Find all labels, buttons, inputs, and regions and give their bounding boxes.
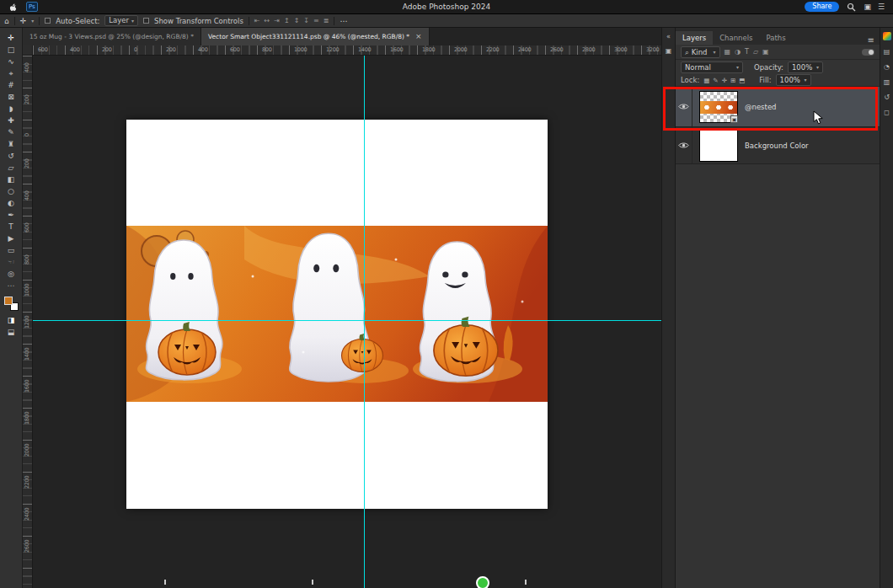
- filter-toggle-switch[interactable]: [862, 49, 874, 56]
- collapse-panels-icon[interactable]: «: [666, 33, 671, 40]
- apple-menu-icon[interactable]: [8, 2, 18, 12]
- color-panel-icon[interactable]: [883, 32, 891, 40]
- recording-marker-dot: [476, 576, 489, 588]
- tab-close-icon[interactable]: ×: [415, 33, 422, 40]
- panel-menu-icon[interactable]: ≡: [863, 35, 880, 45]
- align-middle-icon[interactable]: ↕: [294, 17, 300, 24]
- auto-select-dropdown[interactable]: Layer▾: [104, 15, 138, 26]
- panel-tab-paths[interactable]: Paths: [759, 31, 792, 45]
- history-brush-tool[interactable]: ↺: [3, 150, 19, 162]
- layers-panel: LayersChannelsPaths≡ ⌕ Kind ▾ ▦◑T▱▣ Norm…: [675, 28, 880, 588]
- align-left-icon[interactable]: ⇤: [254, 17, 260, 24]
- workspace-icon[interactable]: ▣: [864, 3, 871, 11]
- ruler-tick-label: 1400: [358, 46, 371, 53]
- vertical-ruler[interactable]: 4002000200400600800100012001400160018002…: [23, 56, 33, 588]
- brush-tool[interactable]: ✎: [3, 126, 19, 138]
- horizontal-ruler[interactable]: 6004002000200400600800100012001400160018…: [33, 45, 661, 56]
- ruler-tick-label: 1600: [390, 46, 403, 53]
- auto-select-checkbox[interactable]: [45, 18, 51, 24]
- fill-dropdown[interactable]: 100%▾: [776, 74, 811, 86]
- filter-type-layers-icon[interactable]: T: [745, 48, 749, 56]
- filter-shape-layers-icon[interactable]: ▱: [753, 48, 758, 56]
- menu-more-icon[interactable]: ☰: [878, 3, 885, 11]
- foreground-color-swatch[interactable]: [4, 297, 13, 305]
- distribute-vertical-icon[interactable]: ≣: [324, 17, 329, 24]
- lasso-tool[interactable]: ∿: [3, 56, 19, 67]
- layer-thumbnail[interactable]: [699, 130, 738, 162]
- tool-preset-caret-icon[interactable]: ▾: [31, 18, 34, 24]
- home-icon[interactable]: ⌂: [4, 17, 9, 25]
- shape-tool[interactable]: ▭: [3, 244, 19, 256]
- align-bottom-icon[interactable]: ↧: [303, 17, 309, 24]
- object-selection-tool[interactable]: ⌖: [3, 67, 19, 79]
- pen-tool[interactable]: ✒: [3, 209, 19, 221]
- move-tool[interactable]: ✛: [3, 32, 19, 44]
- auto-select-label: Auto-Select:: [56, 17, 99, 25]
- hand-tool[interactable]: ☜: [3, 256, 19, 268]
- ruler-tick-label: 0: [134, 46, 137, 53]
- layer-visibility-eye-icon[interactable]: [676, 127, 692, 163]
- lock-pixels-icon[interactable]: ✎: [713, 77, 718, 84]
- window-title: Adobe Photoshop 2024: [403, 3, 490, 11]
- document-tab-bar: 15 oz Mug - 3 Views.psd @ 25% (@design, …: [23, 28, 661, 45]
- panel-tab-channels[interactable]: Channels: [713, 31, 759, 45]
- eyedropper-tool[interactable]: ◗: [3, 103, 19, 115]
- vertical-guide[interactable]: [364, 56, 365, 588]
- align-top-icon[interactable]: ↥: [284, 17, 290, 24]
- type-tool[interactable]: T: [3, 221, 19, 233]
- eraser-tool[interactable]: ▱: [3, 162, 19, 174]
- marquee-tool[interactable]: □: [3, 44, 19, 56]
- panel-flyout-icon[interactable]: ▣: [666, 47, 672, 55]
- history-panel-icon[interactable]: ↺: [884, 94, 890, 101]
- align-center-horizontal-icon[interactable]: ↔: [265, 17, 270, 24]
- filter-pixel-layers-icon[interactable]: ▦: [725, 48, 731, 56]
- current-tool-icon[interactable]: ✛: [20, 17, 27, 25]
- layer-visibility-eye-icon[interactable]: [676, 87, 692, 126]
- frame-tool[interactable]: ⊠: [3, 91, 19, 103]
- healing-brush-tool[interactable]: ✚: [3, 115, 19, 126]
- ruler-tick-label: 1000: [24, 284, 30, 297]
- layer-row[interactable]: Background Color: [676, 127, 880, 164]
- dodge-tool[interactable]: ◐: [3, 197, 19, 209]
- lock-transparency-icon[interactable]: ▦: [703, 77, 709, 84]
- zoom-tool[interactable]: ◎: [3, 268, 19, 280]
- quick-mask-icon[interactable]: ◨: [3, 314, 19, 326]
- panel-tab-layers[interactable]: Layers: [676, 31, 713, 45]
- filter-kind-dropdown[interactable]: ⌕ Kind ▾: [681, 46, 720, 58]
- horizontal-guide[interactable]: [33, 320, 661, 321]
- tab-label: 15 oz Mug - 3 Views.psd @ 25% (@design, …: [29, 33, 194, 40]
- crop-tool[interactable]: #: [3, 79, 19, 91]
- document-canvas[interactable]: [126, 120, 548, 509]
- opacity-dropdown[interactable]: 100%▾: [788, 61, 823, 73]
- distribute-horizontal-icon[interactable]: ≡: [313, 17, 319, 24]
- ruler-origin-corner[interactable]: [23, 45, 33, 56]
- layer-row[interactable]: ▣ @nested: [676, 87, 880, 127]
- share-button[interactable]: Share: [805, 2, 839, 12]
- options-more-icon[interactable]: ⋯: [340, 17, 347, 25]
- gradient-tool[interactable]: ◧: [3, 174, 19, 185]
- adjustments-panel-icon[interactable]: ◔: [884, 63, 890, 71]
- blur-tool[interactable]: ○: [3, 185, 19, 197]
- properties-panel-icon[interactable]: ▤: [884, 48, 890, 56]
- comments-panel-icon[interactable]: ◻: [884, 109, 890, 116]
- blend-mode-dropdown[interactable]: Normal▾: [681, 61, 743, 73]
- lock-position-icon[interactable]: ✛: [722, 77, 727, 84]
- filter-adjustment-layers-icon[interactable]: ◑: [735, 48, 741, 56]
- lock-all-icon[interactable]: ⬒: [739, 77, 745, 84]
- document-tab[interactable]: 15 oz Mug - 3 Views.psd @ 25% (@design, …: [23, 28, 201, 45]
- show-transform-controls-checkbox[interactable]: [143, 18, 149, 24]
- align-right-icon[interactable]: ⇥: [274, 17, 280, 24]
- ruler-tick-label: 200: [24, 158, 30, 168]
- path-selection-tool[interactable]: ▶: [3, 233, 19, 244]
- clone-stamp-tool[interactable]: ♜: [3, 138, 19, 150]
- lock-artboard-icon[interactable]: ⊞: [730, 77, 735, 84]
- color-swatches[interactable]: [4, 297, 19, 311]
- tool-options-bar: ⌂ ✛ ▾ Auto-Select: Layer▾ Show Transform…: [0, 14, 893, 28]
- search-icon[interactable]: [847, 3, 856, 12]
- libraries-panel-icon[interactable]: ▥: [884, 78, 890, 86]
- layer-thumbnail[interactable]: ▣: [699, 91, 738, 123]
- document-tab[interactable]: Vector Smart Object331121114.psb @ 46% (…: [201, 28, 430, 45]
- filter-smart-objects-icon[interactable]: ▣: [762, 48, 769, 56]
- screen-mode-icon[interactable]: ⬓: [3, 326, 19, 338]
- toolbar-more-icon[interactable]: ⋯: [8, 281, 15, 290]
